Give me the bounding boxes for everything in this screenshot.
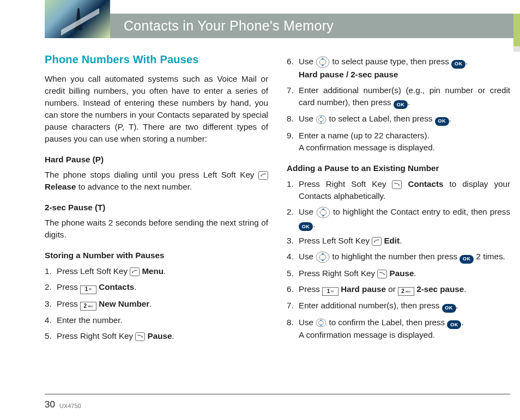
list-item: Use to select a Label, then press OK. <box>287 113 510 126</box>
text: Use <box>299 114 316 123</box>
ok-key-icon: OK <box>447 320 461 329</box>
text: . <box>456 301 458 310</box>
text: A confirmation message is displayed. <box>299 330 435 339</box>
text: . <box>400 236 402 245</box>
ok-key-icon: OK <box>459 255 474 264</box>
text: . <box>461 318 463 327</box>
nav-key-icon <box>316 56 330 68</box>
digit: 1 <box>85 285 88 294</box>
text: . <box>408 98 410 107</box>
contacts-label: Contacts <box>408 179 444 188</box>
text: . <box>149 299 152 308</box>
list-item: Enter additional number(s) (e.g., pin nu… <box>287 84 510 109</box>
text: Press Left Soft Key <box>299 236 372 245</box>
text: Press Right Soft Key <box>299 179 392 188</box>
text: Enter additional number(s), then press <box>299 301 442 310</box>
keypad-2-icon: 2abc <box>398 287 414 296</box>
two-sec-pause-label: 2-sec pause <box>416 284 464 294</box>
section-title: Phone Numbers With Pauses <box>45 52 268 68</box>
header-bar: Contacts in Your Phone's Memory <box>110 14 520 38</box>
text: . <box>414 269 416 278</box>
text: or <box>386 284 398 294</box>
list-item: Press Right Soft Key Pause. <box>287 267 510 279</box>
sub: abc <box>88 304 93 309</box>
list-item: Press 2abc New Number. <box>45 298 268 311</box>
digit: 1 <box>327 288 330 296</box>
text: Press Right Soft Key <box>57 331 135 340</box>
svg-point-1 <box>319 59 326 65</box>
left-soft-key-icon <box>130 267 140 276</box>
ok-key-icon: OK <box>435 117 449 126</box>
digit: 2 <box>401 288 404 296</box>
nav-key-icon <box>316 206 330 218</box>
page-content: Phone Numbers With Pauses When you call … <box>45 52 510 388</box>
text: to select pause type, then press <box>332 57 451 66</box>
text: Use <box>299 207 316 216</box>
page-footer: 30 UX4750 <box>45 394 510 410</box>
svg-point-7 <box>319 254 326 260</box>
text: . <box>464 284 466 294</box>
left-soft-key-icon <box>372 237 382 246</box>
keypad-1-icon: 1✉ <box>322 287 338 296</box>
edit-label: Edit <box>384 236 400 245</box>
ok-key-icon: OK <box>451 60 465 69</box>
digit: 2 <box>83 302 87 311</box>
right-soft-key-icon <box>377 270 387 278</box>
keypad-1-icon: 1✉ <box>80 285 96 294</box>
text: . <box>465 57 468 66</box>
text: The phone stops dialing until you press … <box>45 170 258 179</box>
pause-label: Pause <box>148 331 172 340</box>
text: to highlight the Contact entry to edit, … <box>333 207 510 216</box>
svg-point-5 <box>320 210 326 215</box>
new-number-label: New Number <box>99 299 149 308</box>
list-item: Enter additional number(s), then press O… <box>287 300 510 313</box>
list-item: Enter the number. <box>45 314 268 326</box>
list-item: Press 1✉ Hard pause or 2abc 2-sec pause. <box>287 283 510 296</box>
text: . <box>164 266 166 276</box>
intro-paragraph: When you call automated systems such as … <box>45 73 268 145</box>
list-item: Use to select pause type, then press OK.… <box>287 56 510 81</box>
page-chapter-title: Contacts in Your Phone's Memory <box>124 18 334 34</box>
nav-key-icon <box>316 251 330 263</box>
two-sec-text: The phone waits 2 seconds before sending… <box>45 217 268 241</box>
sub: abc <box>406 289 411 294</box>
pause-types-label: Hard pause / 2-sec pause <box>299 70 398 79</box>
hard-pause-heading: Hard Pause (P) <box>45 154 268 166</box>
nav-key-icon <box>316 318 326 327</box>
hard-pause-text: The phone stops dialing until you press … <box>45 169 268 193</box>
header-band: Contacts in Your Phone's Memory <box>0 0 520 38</box>
nav-key-icon <box>316 115 326 124</box>
text: Use <box>299 318 316 327</box>
storing-list-continued: Use to select pause type, then press OK.… <box>287 56 510 154</box>
text: Press Right Soft Key <box>299 269 377 278</box>
left-soft-key-icon <box>258 171 268 180</box>
svg-point-3 <box>319 117 324 121</box>
contacts-label: Contacts <box>99 282 134 291</box>
right-soft-key-icon <box>392 180 402 189</box>
text: to confirm the Label, then press <box>329 318 447 327</box>
text: Use <box>299 252 316 261</box>
text: . <box>172 331 174 340</box>
text: . <box>134 282 136 291</box>
text: Press Left Soft Key <box>57 266 130 276</box>
list-item: Enter a name (up to 22 characters). A co… <box>287 130 510 154</box>
storing-list: Press Left Soft Key Menu. Press 1✉ Conta… <box>45 265 268 342</box>
text: 2 times. <box>474 252 505 261</box>
list-item: Press Right Soft Key Pause. <box>45 330 268 342</box>
list-item: Press 1✉ Contacts. <box>45 281 268 294</box>
text: Enter a name (up to 22 characters). <box>299 131 430 140</box>
keypad-2-icon: 2abc <box>80 302 96 311</box>
list-item: Use to confirm the Label, then press OK.… <box>287 316 510 342</box>
list-item: Press Right Soft Key Contacts to display… <box>287 178 510 202</box>
ok-key-icon: OK <box>394 100 408 109</box>
menu-label: Menu <box>142 266 164 276</box>
release-label: Release <box>45 182 76 191</box>
storing-heading: Storing a Number with Pauses <box>45 249 268 261</box>
text: A confirmation message is displayed. <box>299 143 435 152</box>
adding-heading: Adding a Pause to an Existing Number <box>287 162 510 174</box>
text: Press <box>57 282 80 291</box>
svg-point-9 <box>319 321 324 325</box>
pause-label: Pause <box>390 269 414 278</box>
list-item: Use to highlight the number then press O… <box>287 251 510 264</box>
text: to select a Label, then press <box>329 114 434 123</box>
